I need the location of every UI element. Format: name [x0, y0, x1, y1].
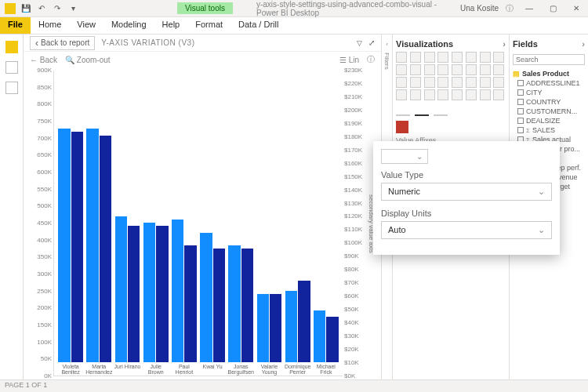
y-axis-left: 900K850K800K750K700K650K600K550K500K450K… — [30, 71, 53, 376]
window-controls: — ▢ ✕ — [517, 0, 588, 17]
arrow-left-icon — [35, 38, 38, 49]
viz-type-icon[interactable] — [480, 52, 491, 63]
filters-label: Filters — [383, 53, 390, 70]
maximize-icon[interactable]: ▢ — [541, 0, 564, 17]
viz-type-icon[interactable] — [396, 77, 407, 88]
viz-type-icon[interactable] — [396, 64, 407, 75]
ribbon-tabs: File Home View Modeling Help Format Data… — [0, 17, 588, 34]
minimize-icon[interactable]: — — [517, 0, 541, 17]
zoom-out-button[interactable]: 🔍 Zoom-out — [65, 56, 111, 64]
tab-data-drill[interactable]: Data / Drill — [230, 17, 286, 34]
viz-type-icon[interactable] — [424, 52, 435, 63]
viz-type-icon[interactable] — [410, 77, 421, 88]
help-icon[interactable]: ⓘ — [502, 3, 517, 14]
viz-type-icon[interactable] — [480, 89, 491, 100]
analytics-tool-icon[interactable] — [434, 105, 448, 116]
legend-toggle-icon[interactable]: ☰ Lin — [339, 56, 359, 64]
viz-type-icon[interactable] — [424, 77, 435, 88]
fields-tool-icon[interactable] — [396, 105, 410, 116]
display-units-label: Display Units — [381, 209, 552, 218]
visualizations-header: Visualizations› — [396, 38, 506, 52]
app-icon — [5, 3, 16, 14]
viz-type-icon[interactable] — [480, 64, 491, 75]
viz-type-icon[interactable] — [493, 64, 504, 75]
viz-type-icon[interactable] — [437, 64, 448, 75]
viz-type-icon[interactable] — [437, 77, 448, 88]
display-units-dropdown[interactable]: Auto⌄ — [381, 221, 552, 239]
qat-dropdown-icon[interactable]: ▾ — [67, 3, 78, 14]
format-tool-icon[interactable] — [415, 105, 429, 116]
chevron-right-icon[interactable]: › — [582, 39, 585, 49]
save-icon[interactable]: 💾 — [20, 3, 31, 14]
chevron-left-icon[interactable]: ‹ — [386, 41, 388, 48]
chart: 900K850K800K750K700K650K600K550K500K450K… — [24, 67, 381, 379]
viz-type-icon[interactable] — [493, 89, 504, 100]
viz-type-icon[interactable] — [410, 52, 421, 63]
viz-type-icon[interactable] — [396, 89, 407, 100]
viz-type-icon[interactable] — [424, 89, 435, 100]
model-view-icon[interactable] — [5, 82, 18, 94]
viz-type-icon[interactable] — [452, 89, 463, 100]
visual-toolbar: ← Back 🔍 Zoom-out ☰ Lin ⓘ — [24, 52, 381, 67]
breadcrumb-bar: Back to report Y-AXIS VARIATION (V3) ⤢ — [24, 34, 381, 52]
undo-icon[interactable]: ↶ — [36, 3, 47, 14]
report-view-icon[interactable] — [5, 41, 18, 53]
title-bar: 💾 ↶ ↷ ▾ Visual tools y-axis-style-settin… — [0, 0, 588, 17]
visual-type-grid[interactable] — [396, 52, 506, 100]
focus-mode-icon[interactable]: ⤢ — [368, 38, 375, 47]
value-type-label: Value Type — [381, 170, 552, 180]
visual-tools-badge: Visual tools — [177, 2, 233, 14]
back-button[interactable]: ← Back — [30, 56, 57, 64]
viz-type-icon[interactable] — [437, 89, 448, 100]
quick-access-toolbar: 💾 ↶ ↷ ▾ — [0, 3, 83, 14]
format-popup: ⌄ Value Type Numeric⌄ Display Units Auto… — [373, 141, 560, 255]
tab-home[interactable]: Home — [31, 17, 69, 34]
view-rail — [0, 34, 24, 379]
status-bar: PAGE 1 OF 1 — [0, 379, 588, 392]
close-icon[interactable]: ✕ — [564, 0, 588, 17]
viz-type-icon[interactable] — [424, 64, 435, 75]
data-view-icon[interactable] — [5, 61, 18, 74]
visual-title: Y-AXIS VARIATION (V3) — [101, 38, 194, 47]
viz-type-icon[interactable] — [480, 77, 491, 88]
fields-header: Fields› — [513, 38, 585, 52]
y-axis-right: $230K$220K$210K$200K$190K$180K$170K$160K… — [343, 71, 366, 376]
viz-type-icon[interactable] — [396, 52, 407, 63]
tab-modeling[interactable]: Modeling — [103, 17, 154, 34]
viz-type-icon[interactable] — [493, 52, 504, 63]
tab-file[interactable]: File — [0, 17, 31, 34]
viz-type-icon[interactable] — [437, 52, 448, 63]
viz-type-icon[interactable] — [466, 77, 477, 88]
popup-small-select[interactable]: ⌄ — [381, 149, 428, 164]
value-type-dropdown[interactable]: Numeric⌄ — [381, 183, 552, 201]
redo-icon[interactable]: ↷ — [52, 3, 63, 14]
report-canvas: Back to report Y-AXIS VARIATION (V3) ⤢ ←… — [24, 34, 381, 379]
viz-type-icon[interactable] — [452, 77, 463, 88]
tab-view[interactable]: View — [69, 17, 103, 34]
document-title: y-axis-style-settings-using-advanced-com… — [256, 0, 460, 17]
viz-type-icon[interactable] — [452, 64, 463, 75]
viz-type-icon[interactable] — [466, 64, 477, 75]
chart-bars[interactable]: Violeta BenitezMarta HernandezJuri Hiran… — [53, 71, 343, 376]
info-icon[interactable]: ⓘ — [367, 54, 375, 65]
viz-type-icon[interactable] — [410, 89, 421, 100]
viz-type-icon[interactable] — [466, 89, 477, 100]
tab-help[interactable]: Help — [154, 17, 188, 34]
viz-type-icon[interactable] — [466, 52, 477, 63]
viz-type-icon[interactable] — [410, 64, 421, 75]
back-to-report-button[interactable]: Back to report — [30, 36, 95, 50]
user-name[interactable]: Una Kosite — [460, 4, 499, 13]
filter-icon[interactable] — [357, 38, 362, 47]
fields-search-input[interactable] — [513, 54, 585, 65]
viz-type-icon[interactable] — [493, 77, 504, 88]
chevron-right-icon[interactable]: › — [503, 39, 506, 49]
viz-type-icon[interactable] — [452, 52, 463, 63]
tab-format[interactable]: Format — [187, 17, 230, 34]
custom-visual-icon[interactable] — [396, 121, 408, 133]
